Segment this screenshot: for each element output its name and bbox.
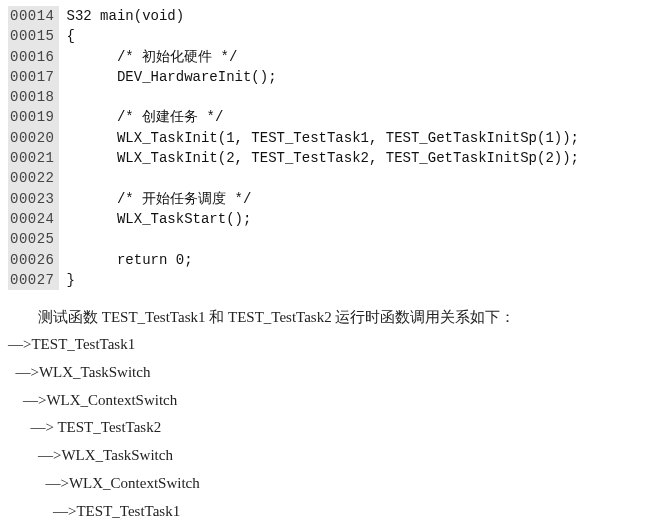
code-line: 00021 WLX_TaskInit(2, TEST_TestTask2, TE… [8, 148, 646, 168]
code-text: { [67, 26, 75, 46]
code-line: 00026 return 0; [8, 250, 646, 270]
code-text: WLX_TaskInit(2, TEST_TestTask2, TEST_Get… [67, 148, 579, 168]
call-tree-line: —>WLX_ContextSwitch [8, 387, 646, 415]
code-line: 00022 [8, 168, 646, 188]
code-line: 00020 WLX_TaskInit(1, TEST_TestTask1, TE… [8, 128, 646, 148]
line-number: 00014 [8, 6, 59, 26]
code-line: 00027} [8, 270, 646, 290]
code-line: 00019 /* 创建任务 */ [8, 107, 646, 127]
code-text: WLX_TaskInit(1, TEST_TestTask1, TEST_Get… [67, 128, 579, 148]
line-number: 00017 [8, 67, 59, 87]
code-line: 00018 [8, 87, 646, 107]
line-number: 00018 [8, 87, 59, 107]
code-text: } [67, 270, 75, 290]
line-number: 00024 [8, 209, 59, 229]
code-text: /* 开始任务调度 */ [67, 189, 252, 209]
code-line: 00023 /* 开始任务调度 */ [8, 189, 646, 209]
call-tree-line: —>WLX_ContextSwitch [8, 470, 646, 498]
code-text: /* 创建任务 */ [67, 107, 224, 127]
line-number: 00023 [8, 189, 59, 209]
code-line: 00017 DEV_HardwareInit(); [8, 67, 646, 87]
call-tree-line: —> TEST_TestTask2 [8, 414, 646, 442]
caption-paragraph: 测试函数 TEST_TestTask1 和 TEST_TestTask2 运行时… [8, 304, 646, 532]
code-line: 00025 [8, 229, 646, 249]
code-text: DEV_HardwareInit(); [67, 67, 277, 87]
call-tree-line: —>TEST_TestTask1 [8, 498, 646, 526]
code-line: 00024 WLX_TaskStart(); [8, 209, 646, 229]
call-tree-line: —>WLX_TaskSwitch [8, 359, 646, 387]
code-text: return 0; [67, 250, 193, 270]
code-text: /* 初始化硬件 */ [67, 47, 238, 67]
code-line: 00016 /* 初始化硬件 */ [8, 47, 646, 67]
line-number: 00016 [8, 47, 59, 67]
call-tree: —>TEST_TestTask1 —>WLX_TaskSwitch —>WLX_… [8, 331, 646, 532]
code-line: 00014S32 main(void) [8, 6, 646, 26]
call-tree-line: —>TEST_TestTask1 [8, 331, 646, 359]
line-number: 00020 [8, 128, 59, 148]
code-text: WLX_TaskStart(); [67, 209, 252, 229]
line-number: 00021 [8, 148, 59, 168]
line-number: 00027 [8, 270, 59, 290]
code-block: 00014S32 main(void)00015{00016 /* 初始化硬件 … [8, 6, 646, 290]
line-number: 00015 [8, 26, 59, 46]
line-number: 00022 [8, 168, 59, 188]
caption-text: 测试函数 TEST_TestTask1 和 TEST_TestTask2 运行时… [8, 304, 646, 331]
line-number: 00025 [8, 229, 59, 249]
code-text: S32 main(void) [67, 6, 185, 26]
line-number: 00026 [8, 250, 59, 270]
code-line: 00015{ [8, 26, 646, 46]
line-number: 00019 [8, 107, 59, 127]
call-tree-line: —>WLX_TaskSwitch [8, 442, 646, 470]
call-tree-line: —>…… [8, 525, 646, 532]
